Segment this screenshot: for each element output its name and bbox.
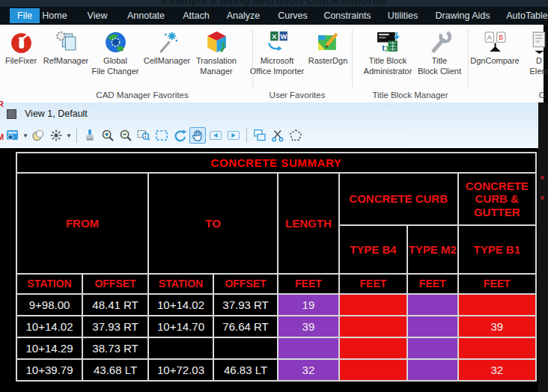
ribbon-group-label-c: C — [539, 91, 545, 99]
header-type-m2: TYPE M2 — [407, 225, 458, 274]
column-header-to-offset: OFFSET — [213, 274, 278, 294]
update-view-button[interactable] — [82, 127, 98, 144]
ribbon-tool-label: DgnCompare — [461, 56, 529, 67]
ribbon-tool-cellmanager[interactable]: CellManager — [138, 30, 196, 67]
tab-attach[interactable]: Attach — [183, 10, 209, 21]
application-window: Example 2 using Microsoft Office Importe… — [0, 0, 548, 392]
ribbon-tool-d[interactable]: D Elem — [522, 30, 548, 77]
ribbon-tool-rasterdgn[interactable]: RasterDgn — [302, 30, 353, 67]
cell-type-m2-feet — [407, 294, 458, 316]
background-window-title-strip: Example 2 using Microsoft Office Importe… — [0, 0, 548, 7]
clipped-text-fragment: R — [0, 100, 4, 108]
cell-type-m2-feet — [407, 337, 458, 359]
ribbon-tool-label: Title Block Administrator — [356, 56, 419, 77]
cell-to-station: 10+14.70 — [148, 316, 213, 337]
cell-from-offset: 37.93 RT — [82, 316, 148, 337]
cell-type-b4-feet — [339, 337, 407, 359]
table-title: CONCRETE SUMMARY — [16, 153, 536, 173]
tab-constraints[interactable]: Constraints — [323, 10, 371, 21]
view-toolbar: ▼▼ — [0, 125, 538, 146]
toolbar-separator — [76, 128, 77, 143]
reference-files-icon — [54, 30, 79, 55]
svg-text:A: A — [487, 34, 491, 41]
clip-volume-button[interactable] — [270, 127, 286, 144]
view-previous-button[interactable] — [207, 127, 224, 144]
header-length: LENGTH — [278, 173, 339, 274]
dropdown-caret-icon[interactable]: ▼ — [65, 132, 73, 139]
display-style-button[interactable] — [30, 127, 46, 144]
dropdown-caret-icon[interactable]: ▼ — [22, 132, 29, 139]
table-title-row: CONCRETE SUMMARY — [16, 153, 536, 173]
table-column-header-row: STATIONOFFSETSTATIONOFFSETFEETFEETFEETFE… — [16, 274, 536, 294]
header-type-b4: TYPE B4 — [339, 225, 407, 274]
ribbon-tool-label: Translation Manager — [189, 56, 243, 77]
ribbon-tool-title-block[interactable]: tXTitle Block Administrator — [356, 30, 419, 77]
pan-view-button[interactable] — [189, 127, 206, 144]
clip-mask-button[interactable] — [287, 127, 304, 144]
background-edge-strip — [538, 102, 548, 392]
cell-to-offset: 46.83 LT — [213, 359, 278, 381]
cell-from-offset: 48.41 RT — [82, 294, 148, 316]
tab-file[interactable]: File — [10, 8, 40, 23]
background-window-title: Example 2 using Microsoft Office Importe… — [161, 0, 386, 6]
zoom-in-button[interactable] — [100, 127, 116, 144]
globe-gear-icon — [103, 30, 128, 55]
ribbon-tool-label: RasterDgn — [302, 56, 353, 67]
cell-from-station: 10+39.79 — [16, 359, 82, 381]
ribbon-tool-global[interactable]: Global File Changer — [88, 30, 143, 77]
zoom-out-button[interactable] — [118, 127, 134, 144]
view-next-icon — [227, 129, 240, 142]
cell-type-b1-feet — [458, 337, 536, 359]
ribbon-toolbar: FileFixerRefManagerGlobal File ChangerCe… — [0, 25, 548, 103]
ribbon-tool-label: Microsoft Office Importer — [246, 56, 308, 77]
fire-extinguisher-icon — [9, 30, 34, 55]
window-area-button[interactable] — [136, 127, 152, 144]
cell-type-b1-feet: 39 — [458, 316, 536, 337]
fit-view-button[interactable] — [153, 127, 170, 144]
ribbon-tool-microsoft[interactable]: XWMicrosoft Office Importer — [246, 30, 308, 77]
concrete-summary-table: CONCRETE SUMMARY FROM TO LENGTH CONCRETE… — [16, 152, 537, 382]
rotate-view-button[interactable] — [171, 127, 188, 144]
cell-length-feet: 19 — [278, 294, 339, 316]
office-importer-icon: XW — [265, 30, 290, 55]
cell-length-feet: 32 — [278, 359, 339, 381]
tab-home[interactable]: Home — [42, 10, 67, 21]
tab-curves[interactable]: Curves — [278, 10, 308, 21]
table-row: 10+39.7943.68 LT10+72.0346.83 LT3232 — [16, 359, 536, 381]
magic-wand-icon — [155, 30, 180, 55]
tab-view[interactable]: View — [88, 10, 108, 21]
view-next-button[interactable] — [225, 127, 242, 144]
view-previous-icon — [209, 129, 222, 142]
cell-from-station: 9+98.00 — [16, 294, 82, 316]
cell-to-offset: 37.93 RT — [213, 294, 278, 316]
view-attributes-button[interactable] — [4, 127, 21, 144]
pan-view-icon — [191, 129, 204, 142]
table-group-header-row: FROM TO LENGTH CONCRETE CURB CONCRETE CU… — [16, 173, 536, 225]
ribbon-tool-refmanager[interactable]: RefManager — [38, 30, 94, 67]
color-cube-icon — [204, 30, 229, 55]
ribbon-tool-label: CellManager — [138, 56, 196, 67]
cell-length-feet: 39 — [278, 316, 339, 337]
tab-annotate[interactable]: Annotate — [127, 10, 165, 21]
tab-drawing-aids[interactable]: Drawing Aids — [436, 10, 490, 21]
tab-autotable[interactable]: AutoTable — [506, 10, 548, 21]
table-row: 9+98.0048.41 RT10+14.0237.93 RT19 — [16, 294, 536, 316]
ribbon-tool-dgncompare[interactable]: ABDgnCompare — [461, 30, 529, 67]
ribbon-tool-title[interactable]: Title Block Client — [413, 30, 466, 77]
view-window-chrome: View 1, Default ▼▼ — [0, 102, 538, 148]
column-header-type-b1-feet: FEET — [458, 274, 536, 294]
view-window-menu-icon[interactable] — [7, 109, 16, 119]
tab-analyze[interactable]: Analyze — [227, 10, 260, 21]
drawing-canvas[interactable]: CONCRETE SUMMARY FROM TO LENGTH CONCRETE… — [0, 148, 548, 392]
brightness-button[interactable] — [48, 127, 64, 144]
ribbon-tool-translation[interactable]: Translation Manager — [189, 30, 243, 77]
fit-view-icon — [155, 129, 168, 142]
tab-utilities[interactable]: Utilities — [388, 10, 418, 21]
ribbon-group-label-cad-manager-favorites: CAD Manager Favorites — [96, 91, 188, 99]
cell-type-b4-feet — [339, 294, 407, 316]
ribbon-tab-bar: FileHomeViewAnnotateAttachAnalyzeCurvesC… — [0, 7, 548, 25]
header-concrete-curb-gutter: CONCRETE CURB & GUTTER — [458, 173, 536, 225]
cell-type-m2-feet — [407, 316, 458, 337]
brightness-icon — [49, 129, 63, 142]
copy-view-button[interactable] — [252, 127, 268, 144]
